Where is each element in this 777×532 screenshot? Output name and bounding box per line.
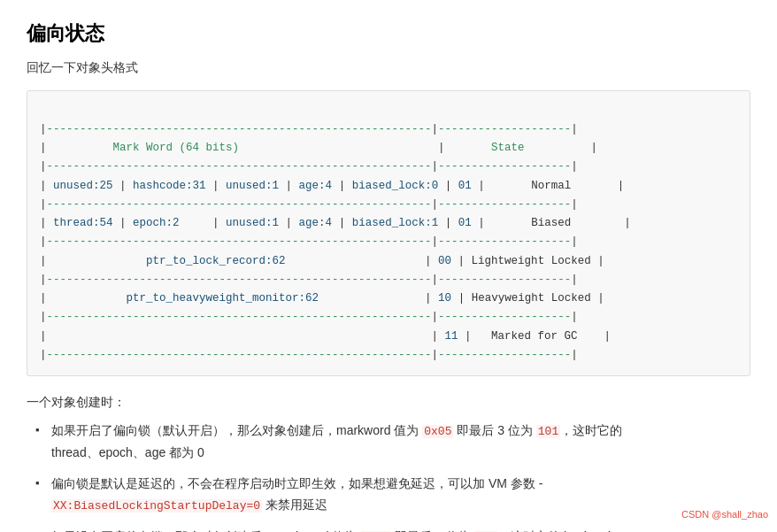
list-item: 如果开启了偏向锁（默认开启），那么对象创建后，markword 值为 0x05 … — [35, 420, 750, 463]
bullet-list: 如果开启了偏向锁（默认开启），那么对象创建后，markword 值为 0x05 … — [35, 420, 750, 532]
code-table: |---------------------------------------… — [27, 90, 750, 377]
author-label: @shall_zhao — [712, 509, 768, 520]
object-created-label: 一个对象创建时： — [27, 392, 750, 412]
list-item: 如果没有开启偏向锁，那么对象创建后，markword 值为 0x01 即最后 3… — [35, 527, 750, 532]
page-title: 偏向状态 — [27, 18, 750, 49]
subtitle: 回忆一下对象头格式 — [27, 58, 750, 77]
footer: CSDN @shall_zhao — [681, 507, 768, 523]
list-item: 偏向锁是默认是延迟的，不会在程序启动时立即生效，如果想避免延迟，可以加 VM 参… — [35, 474, 750, 516]
platform-label: CSDN — [681, 509, 709, 520]
